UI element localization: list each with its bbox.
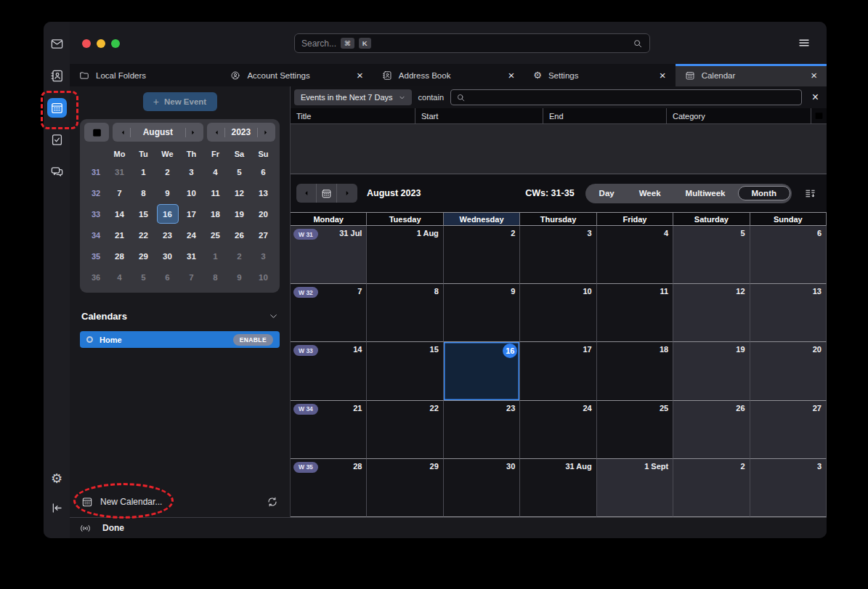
month-cell[interactable]: W 3131 Jul [291, 226, 367, 284]
next-year-button[interactable] [258, 125, 272, 139]
tab-settings[interactable]: ⚙Settings× [524, 64, 675, 86]
column-header-category[interactable]: Category [667, 108, 811, 123]
prev-month-button[interactable] [115, 125, 130, 139]
month-cell[interactable]: 10 [520, 284, 596, 342]
mini-calendar-day[interactable]: 22 [131, 224, 155, 245]
minimize-window-button[interactable] [97, 39, 105, 48]
view-button-month[interactable]: Month [738, 186, 790, 200]
mini-calendar-day[interactable]: 18 [203, 203, 227, 224]
view-button-week[interactable]: Week [627, 189, 673, 198]
view-button-multiweek[interactable]: Multiweek [673, 189, 738, 198]
month-cell[interactable]: 22 [367, 401, 443, 459]
month-cell[interactable]: 3 [520, 226, 596, 284]
tab-close-button[interactable]: × [357, 70, 363, 81]
month-cell[interactable]: 3 [750, 459, 827, 517]
mini-calendar-day[interactable]: 19 [227, 203, 251, 224]
month-cell[interactable]: 23 [444, 401, 520, 459]
mini-calendar-day[interactable]: 8 [203, 267, 227, 288]
tab-calendar[interactable]: Calendar× [676, 64, 827, 86]
column-header-start[interactable]: Start [415, 108, 543, 123]
rotate-view-button[interactable] [804, 187, 816, 200]
prev-year-button[interactable] [210, 125, 224, 139]
mini-calendar-day[interactable]: 7 [108, 182, 131, 203]
month-cell[interactable]: W 3528 [291, 459, 367, 517]
sidebar-item-mail[interactable] [47, 34, 67, 54]
month-cell[interactable]: 8 [367, 284, 443, 342]
mini-calendar-day[interactable]: 31 [179, 245, 203, 267]
month-cell[interactable]: 6 [750, 226, 827, 284]
mini-calendar-day[interactable]: 29 [131, 245, 155, 267]
mini-calendar-day[interactable]: 2 [227, 245, 251, 267]
mini-calendar-day[interactable]: 28 [108, 245, 131, 267]
mini-calendar-day[interactable]: 30 [155, 245, 179, 267]
mini-calendar-day[interactable]: 6 [251, 161, 275, 182]
mini-calendar-day[interactable]: 9 [227, 267, 251, 288]
mini-calendar-day[interactable]: 5 [227, 161, 251, 182]
month-cell[interactable]: 13 [750, 284, 827, 342]
column-header-end[interactable]: End [543, 108, 667, 123]
mini-calendar-day[interactable]: 8 [131, 182, 155, 203]
month-cell-today[interactable]: 16 [444, 342, 520, 400]
sidebar-item-calendar[interactable] [47, 98, 67, 118]
mini-calendar-day[interactable]: 15 [131, 203, 155, 224]
mini-calendar-day[interactable]: 10 [251, 267, 275, 288]
mini-calendar-day[interactable]: 1 [131, 161, 155, 182]
month-cell[interactable]: 26 [673, 401, 750, 459]
calendar-list-item-home[interactable]: HomeENABLE [80, 331, 280, 348]
month-cell[interactable]: 25 [597, 401, 673, 459]
month-cell[interactable]: 24 [520, 401, 596, 459]
month-cell[interactable]: 2 [673, 459, 750, 517]
mini-calendar-day[interactable]: 25 [203, 224, 227, 245]
month-cell[interactable]: 15 [367, 342, 443, 400]
sync-calendars-button[interactable] [267, 496, 278, 508]
mini-calendar-day[interactable]: 23 [155, 224, 179, 245]
month-cell[interactable]: 30 [444, 459, 520, 517]
month-cell[interactable]: 1 Aug [367, 226, 443, 284]
mini-calendar-day[interactable]: 12 [227, 182, 251, 203]
month-cell[interactable]: 12 [673, 284, 750, 342]
mini-calendar-day[interactable]: 17 [179, 203, 203, 224]
mini-calendar-day[interactable]: 13 [251, 182, 275, 203]
month-cell[interactable]: W 3314 [291, 342, 367, 400]
column-header-title[interactable]: Title [291, 108, 415, 123]
month-cell[interactable]: 18 [597, 342, 673, 400]
sidebar-item-collapse[interactable] [47, 498, 67, 518]
month-cell[interactable]: 27 [750, 401, 827, 459]
view-button-day[interactable]: Day [587, 189, 627, 198]
month-cell[interactable]: 4 [597, 226, 673, 284]
tab-address-book[interactable]: Address Book× [373, 64, 524, 86]
month-cell[interactable]: 9 [444, 284, 520, 342]
month-cell[interactable]: 17 [520, 342, 596, 400]
month-cell[interactable]: 11 [597, 284, 673, 342]
mini-calendar-day[interactable]: 11 [203, 182, 227, 203]
mini-calendar-day[interactable]: 3 [179, 161, 203, 182]
sidebar-item-tasks[interactable] [47, 130, 67, 150]
mini-calendar-day[interactable]: 20 [251, 203, 275, 224]
today-button[interactable] [317, 184, 337, 203]
column-picker-button[interactable] [811, 108, 827, 123]
mini-calendar-day[interactable]: 3 [251, 245, 275, 267]
mini-calendar-day[interactable]: 5 [131, 267, 155, 288]
month-cell[interactable]: 20 [750, 342, 827, 400]
tab-close-button[interactable]: × [508, 70, 514, 81]
mini-calendar-day[interactable]: 27 [251, 224, 275, 245]
global-search-input[interactable]: Search... ⌘ K [294, 33, 650, 53]
month-cell[interactable]: 5 [673, 226, 750, 284]
month-cell[interactable]: 1 Sept [597, 459, 673, 517]
enable-badge[interactable]: ENABLE [233, 334, 273, 346]
event-search-input[interactable] [450, 89, 802, 105]
sidebar-item-settings[interactable]: ⚙ [47, 468, 67, 488]
mini-calendar-day[interactable]: 26 [227, 224, 251, 245]
mini-calendar-day[interactable]: 21 [108, 224, 131, 245]
tab-close-button[interactable]: × [660, 70, 666, 81]
mini-calendar-day[interactable]: 1 [203, 245, 227, 267]
previous-period-button[interactable] [296, 184, 317, 203]
mini-calendar-day[interactable]: 7 [179, 267, 203, 288]
new-calendar-button[interactable]: New Calendar... [100, 497, 162, 507]
sidebar-item-address-book[interactable] [47, 66, 67, 86]
month-cell[interactable]: 19 [673, 342, 750, 400]
close-filter-button[interactable]: × [812, 92, 819, 103]
mini-calendar-day[interactable]: 9 [155, 182, 179, 203]
close-window-button[interactable] [82, 39, 91, 48]
mini-calendar-today-button[interactable] [84, 123, 109, 142]
